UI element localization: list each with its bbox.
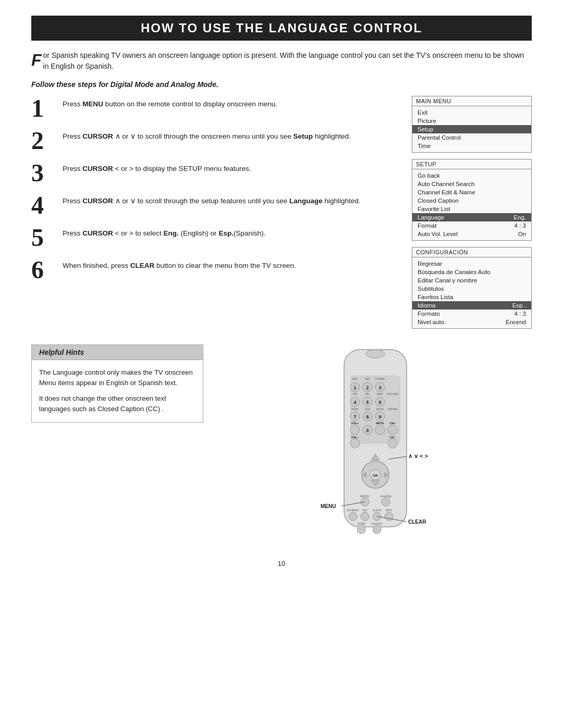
menu-item-label: Channel Edit & Name (418, 189, 475, 195)
menu-item-label: Picture (418, 118, 436, 124)
menu-item-label: Favritos Lista (418, 294, 453, 300)
step-text-6: When finished, press CLEAR button to cle… (63, 257, 296, 271)
menu-item-label: Búsqueda de Canales Auto (418, 269, 490, 275)
svg-point-38 (375, 425, 385, 435)
svg-point-43 (388, 439, 397, 448)
step-number-3: 3 (31, 161, 57, 186)
svg-text:DEF: DEF (365, 377, 370, 380)
step-text-2: Press CURSOR ∧ or ∨ to scroll through th… (63, 128, 351, 142)
menu-item-value: Esp . (512, 302, 526, 309)
svg-text:MENU: MENU (360, 495, 370, 498)
svg-text:WXYZ: WXYZ (376, 408, 384, 411)
menu-item-1-6: Format 4 : 3 (412, 221, 531, 230)
menu-box-1: SETUP Go back Auto Channel Search Channe… (412, 159, 532, 241)
svg-text:INFO: INFO (386, 509, 392, 512)
step-number-4: 4 (31, 193, 57, 218)
step-text-1: Press MENU button on the remote control … (63, 96, 277, 109)
menu-item-1-3: Closed Caption (412, 196, 531, 205)
step-number-1: 1 (31, 96, 57, 121)
step-5: 5 Press CURSOR < or > to select Eng. (En… (31, 225, 396, 250)
svg-text:CH–: CH– (389, 436, 395, 439)
svg-text:GHI: GHI (353, 392, 358, 396)
menu-item-2-1: Búsqueda de Canales Auto (412, 268, 531, 276)
svg-text:TUV: TUV (365, 408, 371, 411)
menu-item-label: Auto Vol. Level (418, 231, 458, 237)
menu-item-0-3: Parental Control (412, 133, 531, 142)
remote-illustration: ABC DEF POWER 1 2 3 GHI JKL MNO PICTURE (315, 344, 435, 549)
menu-item-value: Eng. (513, 214, 526, 220)
step-1: 1 Press MENU button on the remote contro… (31, 96, 396, 121)
menu-item-0-1: Picture (412, 117, 531, 125)
helpful-hints-box: Helpful Hints The Language control only … (31, 344, 203, 423)
menu-item-label: Idioma (418, 302, 436, 309)
menu-item-label: Subtitulos (418, 286, 444, 292)
menus-column: MAIN MENU Exit Picture Setup Parental Co… (412, 96, 532, 329)
svg-point-42 (350, 439, 360, 448)
svg-text:MNO: MNO (377, 392, 383, 396)
menu-item-value: Encend (506, 319, 526, 325)
svg-text:CLEAR: CLEAR (373, 509, 382, 512)
svg-text:VOL–: VOL– (351, 436, 359, 439)
svg-text:ZOOM: ZOOM (358, 522, 365, 525)
helpful-hints-title: Helpful Hints (32, 345, 203, 360)
svg-point-59 (349, 512, 357, 521)
helpful-hints-body: The Language control only makes the TV o… (32, 360, 203, 422)
svg-text:VOL+: VOL+ (351, 422, 359, 425)
menu-item-1-0: Go back (412, 171, 531, 180)
svg-text:FAV: FAV (362, 509, 368, 512)
svg-text:PQRS: PQRS (351, 408, 359, 411)
menu-items-2: Regresar Búsqueda de Canales Auto Editar… (412, 257, 531, 328)
svg-text:2: 2 (366, 385, 369, 390)
menu-item-label: Formato (418, 311, 440, 317)
svg-text:MUTE: MUTE (376, 422, 384, 425)
menu-item-label: Parental Control (418, 134, 461, 141)
svg-text:OK: OK (373, 474, 378, 477)
menu-items-1: Go back Auto Channel Search Channel Edit… (412, 169, 531, 240)
menu-item-label: Nivel auto. (418, 319, 446, 325)
drop-cap: F (31, 52, 42, 68)
menu-box-0: MAIN MENU Exit Picture Setup Parental Co… (412, 96, 532, 153)
menu-item-1-7: Auto Vol. Level On (412, 230, 531, 238)
menu-item-0-4: Time (412, 142, 531, 150)
svg-point-54 (382, 498, 390, 506)
menu-item-2-6: Formato 4 : 3 (412, 310, 531, 318)
main-content: 1 Press MENU button on the remote contro… (31, 96, 532, 329)
step-number-6: 6 (31, 257, 57, 282)
menu-title-0: MAIN MENU (412, 96, 531, 106)
menu-item-label: Language (418, 214, 444, 220)
svg-text:5: 5 (366, 400, 369, 405)
svg-text:1: 1 (353, 385, 356, 390)
hints-title-italic: Helpful Hints (39, 348, 84, 356)
svg-text:0: 0 (366, 428, 369, 433)
menu-item-value: On (518, 231, 526, 237)
svg-text:6: 6 (378, 400, 381, 405)
menu-item-label: Favorite List (418, 206, 450, 212)
svg-point-35 (350, 425, 360, 435)
menu-items-0: Exit Picture Setup Parental Control Time (412, 106, 531, 152)
svg-text:∧ ∨ < >: ∧ ∨ < > (408, 453, 428, 459)
remote-svg: ABC DEF POWER 1 2 3 GHI JKL MNO PICTURE (315, 344, 435, 548)
menu-item-label: Auto Channel Search (418, 181, 474, 187)
menu-item-2-5: Idioma Esp . (412, 301, 531, 310)
menu-title-2: CONFIGURACIÓN (412, 248, 531, 257)
menu-item-label: Exit (418, 109, 427, 116)
menu-item-2-4: Favritos Lista (412, 293, 531, 301)
svg-text:JKL: JKL (365, 392, 370, 396)
menu-item-1-4: Favorite List (412, 205, 531, 213)
svg-point-66 (373, 525, 381, 534)
step-text-3: Press CURSOR < or > to display the SETUP… (63, 161, 251, 174)
menu-item-0-0: Exit (412, 108, 531, 117)
remote-container: ABC DEF POWER 1 2 3 GHI JKL MNO PICTURE (219, 344, 532, 549)
svg-text:POWER: POWER (375, 377, 385, 380)
menu-item-1-5: Language Eng. (412, 213, 531, 221)
sub-heading: Follow these steps for Digital Mode and … (31, 80, 532, 89)
menu-item-1-1: Auto Channel Search (412, 180, 531, 188)
svg-text:9: 9 (378, 414, 381, 419)
menu-box-2: CONFIGURACIÓN Regresar Búsqueda de Canal… (412, 247, 532, 329)
bottom-section: Helpful Hints The Language control only … (31, 344, 532, 549)
menu-item-1-2: Channel Edit & Name (412, 188, 531, 196)
hints-paragraph-1: It does not change the other onscreen te… (39, 393, 195, 414)
menu-item-value: 4 : 3 (515, 311, 526, 317)
svg-text:GO BACK: GO BACK (347, 509, 359, 512)
page-number: 10 (31, 560, 532, 567)
